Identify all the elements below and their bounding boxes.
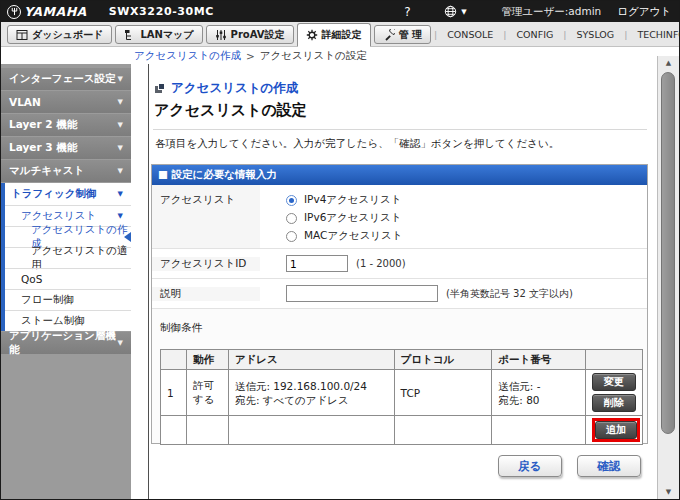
row-address: 送信元: 192.168.100.0/24 宛先: すべてのアドレス	[228, 370, 394, 416]
sidebar-item-application-layer[interactable]: アプリケーション層機能 ▼	[1, 332, 131, 354]
techinfo-link[interactable]: TECHINFO	[627, 29, 680, 40]
sidebar-item-layer3[interactable]: Layer 3 機能 ▼	[1, 137, 131, 159]
settings-section: ■ 設定に必要な情報入力 アクセスリスト IPv4アクセスリスト IPv6アクセ…	[151, 164, 648, 444]
sidebar-item-qos[interactable]: QoS	[5, 268, 131, 289]
quick-links: | CONSOLE | CONFIG | SYSLOG | TECHINFO	[434, 22, 680, 46]
table-add-row: 追加	[161, 416, 643, 445]
description-row: 説明 (半角英数記号 32 文字以内)	[152, 279, 647, 309]
access-list-id-label: アクセスリストID	[152, 257, 260, 271]
tab-management[interactable]: 管 理	[374, 25, 431, 44]
tab-dashboard[interactable]: ダッシュボード	[7, 25, 112, 44]
row-port: 送信元: - 宛先: 80	[492, 370, 586, 416]
logged-in-user: 管理ユーザー:admin	[501, 5, 601, 19]
row-actions-cell: 変更 削除	[585, 370, 642, 416]
tab-proav[interactable]: ProAV設定	[206, 25, 294, 44]
add-button-cell: 追加	[585, 416, 642, 445]
top-bar: YAMAHA SWX3220-30MC ? ▼ 管理ユーザー:admin ログア…	[1, 1, 679, 22]
help-button[interactable]: ?	[387, 5, 427, 19]
access-list-id-row: アクセスリストID (1 - 2000)	[152, 249, 647, 279]
access-list-id-input[interactable]	[286, 255, 348, 272]
gear-icon	[306, 29, 318, 41]
brand-name: YAMAHA	[24, 4, 87, 19]
scroll-up-icon[interactable]: ▲	[658, 59, 679, 67]
window-stack-icon	[155, 83, 166, 94]
breadcrumb-separator: >	[246, 50, 255, 62]
breadcrumb: アクセスリストの作成 > アクセスリストの設定	[1, 47, 679, 64]
radio-selected-icon[interactable]	[286, 195, 297, 206]
breadcrumb-parent-link[interactable]: アクセスリストの作成	[134, 49, 241, 63]
radio-unselected-icon[interactable]	[286, 231, 297, 242]
chevron-down-icon: ▼	[118, 339, 123, 347]
scrollbar-thumb[interactable]	[661, 72, 675, 434]
console-link[interactable]: CONSOLE	[437, 29, 503, 40]
chevron-down-icon: ▼	[118, 121, 123, 129]
conditions-table: 動作 アドレス プロトコル ポート番号 1 許可する 送信元: 192.168.…	[160, 349, 643, 445]
radio-unselected-icon[interactable]	[286, 213, 297, 224]
sidebar-item-storm-control[interactable]: ストーム制御	[5, 310, 131, 331]
row-protocol: TCP	[394, 370, 492, 416]
access-list-type-label: アクセスリスト	[152, 185, 260, 248]
chevron-down-icon: ▼	[118, 75, 123, 83]
sidebar-nav: インターフェース設定 ▼ VLAN ▼ Layer 2 機能 ▼ Layer 3…	[1, 64, 131, 499]
chevron-down-icon: ▼	[461, 8, 466, 16]
page-title: アクセスリストの設定	[154, 101, 307, 120]
dashboard-icon	[16, 29, 28, 41]
chevron-down-icon: ▼	[118, 98, 123, 106]
sidebar-item-traffic-control[interactable]: トラフィック制御 ▼	[5, 183, 131, 205]
yamaha-logo: YAMAHA	[7, 4, 87, 19]
row-action: 許可する	[186, 370, 228, 416]
add-button-highlight: 追加	[592, 418, 640, 442]
description-input[interactable]	[286, 285, 438, 302]
tab-lanmap[interactable]: LANマップ	[115, 25, 202, 44]
sidebar-item-layer2[interactable]: Layer 2 機能 ▼	[1, 114, 131, 136]
table-row: 1 許可する 送信元: 192.168.100.0/24 宛先: すべてのアドレ…	[161, 370, 643, 416]
radio-ipv4-access-list[interactable]: IPv4アクセスリスト	[286, 191, 647, 209]
id-range-hint: (1 - 2000)	[356, 258, 406, 269]
breadcrumb-current: アクセスリストの設定	[260, 49, 367, 63]
sidebar-item-access-list-apply[interactable]: アクセスリストの適用	[5, 247, 131, 268]
description-label: 説明	[152, 287, 260, 301]
chevron-down-icon: ▼	[118, 190, 123, 198]
topbar-right: ? ▼ 管理ユーザー:admin ログアウト	[387, 5, 679, 19]
active-page-marker-icon	[124, 232, 131, 242]
device-model: SWX3220-30MC	[109, 5, 214, 18]
yamaha-tuning-fork-icon	[7, 5, 21, 19]
sidebar-group-traffic-control: トラフィック制御 ▼ アクセスリスト ▼ アクセスリストの作成 アクセスリストの…	[1, 183, 131, 331]
radio-mac-access-list[interactable]: MACアクセスリスト	[286, 227, 647, 245]
back-button[interactable]: 戻る	[498, 455, 562, 477]
tab-bar: ダッシュボード LANマップ ProAV設定 詳細設定 管 理 | CONSOL…	[1, 22, 679, 47]
instruction-text: 各項目を入力してください。入力が完了したら、「確認」ボタンを押してください。	[155, 137, 559, 151]
sidebar-item-vlan[interactable]: VLAN ▼	[1, 91, 131, 113]
sidebar-item-interface-settings[interactable]: インターフェース設定 ▼	[1, 68, 131, 90]
description-hint: (半角英数記号 32 文字以内)	[446, 287, 573, 301]
tab-advanced-settings[interactable]: 詳細設定	[297, 23, 371, 47]
config-link[interactable]: CONFIG	[506, 29, 563, 40]
row-number: 1	[161, 370, 187, 416]
scroll-down-icon[interactable]: ▼	[658, 488, 679, 496]
globe-icon	[444, 5, 457, 18]
page-section-link[interactable]: アクセスリストの作成	[155, 80, 298, 97]
vertical-scrollbar[interactable]: ▲ ▼	[657, 56, 679, 499]
chevron-down-icon: ▼	[118, 212, 123, 220]
section-header: ■ 設定に必要な情報入力	[152, 165, 647, 185]
confirm-button[interactable]: 確認	[577, 455, 641, 477]
language-menu-button[interactable]: ▼	[427, 5, 483, 18]
sidebar-item-flow-control[interactable]: フロー制御	[5, 289, 131, 310]
change-button[interactable]: 変更	[592, 373, 636, 391]
table-header-row: 動作 アドレス プロトコル ポート番号	[161, 350, 643, 370]
proav-sliders-icon	[215, 29, 227, 41]
control-conditions-label: 制御条件	[160, 321, 641, 335]
lanmap-icon	[124, 29, 136, 41]
syslog-link[interactable]: SYSLOG	[567, 29, 625, 40]
chevron-down-icon: ▼	[118, 144, 123, 152]
radio-ipv6-access-list[interactable]: IPv6アクセスリスト	[286, 209, 647, 227]
logout-button[interactable]: ログアウト	[617, 5, 671, 19]
app-window: YAMAHA SWX3220-30MC ? ▼ 管理ユーザー:admin ログア…	[0, 0, 680, 500]
title-divider	[153, 129, 647, 130]
main-content: アクセスリストの作成 アクセスリストの設定 各項目を入力してください。入力が完了…	[148, 64, 657, 499]
delete-button[interactable]: 削除	[592, 394, 636, 412]
add-button[interactable]: 追加	[595, 421, 637, 439]
control-conditions-area: 制御条件 動作 アドレス プロトコル ポート番号 1 許可する 送	[152, 309, 647, 445]
wrench-icon	[383, 29, 395, 41]
sidebar-item-multicast[interactable]: マルチキャスト ▼	[1, 160, 131, 182]
